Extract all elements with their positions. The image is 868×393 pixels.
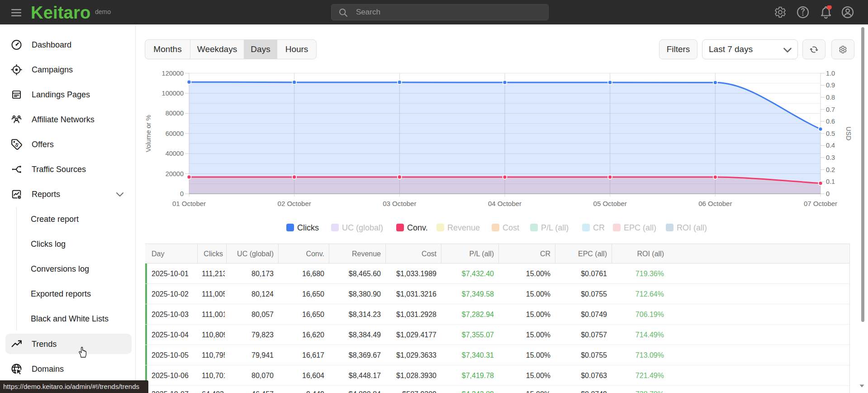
svg-text:0.2: 0.2 [826, 166, 835, 173]
svg-text:0: 0 [180, 190, 184, 197]
svg-text:?: ? [801, 7, 805, 15]
svg-text:0.3: 0.3 [826, 154, 835, 161]
svg-text:60000: 60000 [166, 130, 184, 137]
svg-text:40000: 40000 [166, 150, 184, 157]
svg-text:0.6: 0.6 [826, 118, 835, 125]
svg-text:0: 0 [826, 190, 830, 197]
svg-text:USD: USD [845, 126, 852, 140]
svg-text:04 October: 04 October [488, 200, 522, 207]
svg-text:Volume or %: Volume or % [145, 115, 152, 152]
svg-text:0.9: 0.9 [826, 81, 835, 89]
svg-text:1.0: 1.0 [826, 70, 835, 77]
svg-text:01 October: 01 October [172, 200, 206, 207]
svg-text:0.5: 0.5 [826, 130, 835, 137]
svg-text:0.1: 0.1 [826, 178, 835, 185]
svg-text:05 October: 05 October [593, 200, 627, 207]
svg-text:02 October: 02 October [278, 200, 311, 207]
svg-text:100000: 100000 [162, 90, 184, 97]
svg-text:20000: 20000 [166, 170, 184, 177]
svg-text:0.7: 0.7 [826, 106, 835, 113]
svg-text:0.4: 0.4 [826, 142, 835, 149]
svg-text:80000: 80000 [166, 110, 184, 117]
svg-text:03 October: 03 October [383, 200, 416, 207]
svg-text:07 October: 07 October [804, 200, 837, 207]
svg-text:0.8: 0.8 [826, 94, 835, 101]
svg-text:06 October: 06 October [698, 200, 732, 207]
svg-text:120000: 120000 [162, 70, 184, 77]
